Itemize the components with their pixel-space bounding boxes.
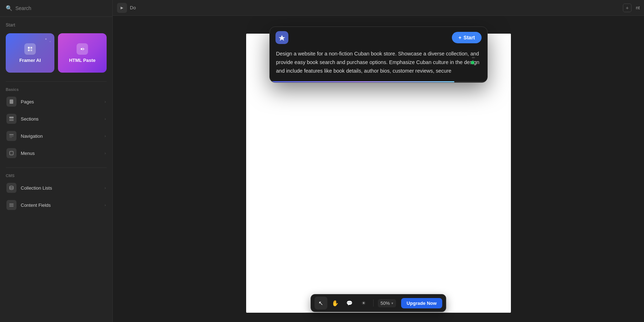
- svg-rect-12: [9, 204, 14, 204]
- plus-button[interactable]: +: [623, 4, 631, 12]
- sidebar-item-collection-lists[interactable]: Collection Lists ›: [3, 179, 109, 196]
- comment-icon: 💬: [346, 300, 352, 306]
- sidebar-item-navigation[interactable]: Navigation ›: [3, 127, 109, 145]
- content-fields-chevron: ›: [104, 203, 106, 207]
- svg-rect-14: [9, 206, 14, 207]
- upgrade-button[interactable]: Upgrade Now: [401, 298, 443, 308]
- ai-panel-text: Design a website for a non-fiction Cuban…: [276, 50, 481, 75]
- framer-ai-card[interactable]: Framer AI: [6, 33, 54, 73]
- sections-icon: [6, 114, 16, 124]
- search-bar[interactable]: 🔍 Search: [0, 0, 112, 17]
- search-icon: 🔍: [6, 5, 13, 11]
- sidebar-item-menus[interactable]: Menus ›: [3, 145, 109, 162]
- sections-label: Sections: [21, 116, 100, 122]
- zoom-value: 50%: [381, 301, 390, 306]
- zoom-chevron-icon: ▾: [391, 301, 393, 305]
- bottom-toolbar: ↖ ✋ 💬 ☀ 50% ▾ Upgrade Now: [311, 294, 447, 312]
- pages-chevron: ›: [104, 99, 106, 104]
- canvas-area[interactable]: + Start Design a website for a non-ficti…: [113, 16, 644, 322]
- basics-label: Basics: [3, 84, 109, 93]
- navigation-label: Navigation: [21, 133, 100, 139]
- sidebar-item-pages[interactable]: Pages ›: [3, 93, 109, 110]
- svg-rect-4: [10, 99, 13, 104]
- search-label: Search: [15, 5, 31, 11]
- svg-rect-7: [9, 134, 14, 135]
- content-fields-label: Content Fields: [21, 203, 100, 208]
- pages-icon: [6, 97, 16, 107]
- sections-chevron: ›: [104, 117, 106, 121]
- select-icon: ↖: [318, 300, 323, 307]
- sidebar-item-content-fields[interactable]: Content Fields ›: [3, 196, 109, 214]
- collection-lists-label: Collection Lists: [21, 185, 100, 191]
- ai-panel-progress-bar: [270, 81, 487, 82]
- html-paste-icon: [77, 43, 88, 55]
- menus-label: Menus: [21, 151, 100, 156]
- menus-chevron: ›: [104, 151, 106, 155]
- basics-group: Basics Pages › Sections ›: [0, 84, 112, 165]
- play-icon: ▶: [121, 6, 123, 10]
- doc-label: Do: [130, 5, 136, 10]
- main-area: ▶ Do + nt + Start De: [113, 0, 644, 322]
- navigation-chevron: ›: [104, 134, 106, 138]
- hand-icon: ✋: [332, 300, 339, 307]
- toolbar-divider: [373, 299, 374, 307]
- start-label: Start: [6, 23, 107, 28]
- start-section: Start: [0, 17, 112, 33]
- svg-rect-0: [28, 47, 30, 49]
- start-label: Start: [464, 35, 475, 40]
- collection-lists-icon: [6, 183, 16, 193]
- svg-rect-9: [9, 137, 12, 138]
- comment-tool-button[interactable]: 💬: [343, 297, 356, 309]
- ai-panel-header: + Start: [270, 27, 487, 48]
- sun-tool-button[interactable]: ☀: [357, 297, 370, 309]
- play-button[interactable]: ▶: [117, 3, 127, 13]
- ai-icon: [275, 31, 288, 44]
- html-paste-label: HTML Paste: [69, 58, 96, 63]
- edit-icon: ✏: [472, 55, 475, 70]
- hand-tool-button[interactable]: ✋: [329, 297, 342, 309]
- content-fields-icon: [6, 200, 16, 210]
- collection-lists-chevron: ›: [104, 186, 106, 190]
- ai-panel-progress-fill: [270, 81, 455, 82]
- cms-group: CMS Collection Lists › Content Fiel: [0, 171, 112, 216]
- svg-rect-5: [9, 117, 14, 118]
- start-button[interactable]: + Start: [452, 32, 481, 43]
- divider-1: [6, 81, 107, 82]
- svg-rect-1: [30, 47, 32, 49]
- nt-label: nt: [636, 5, 640, 10]
- select-tool-button[interactable]: ↖: [314, 297, 327, 309]
- svg-marker-15: [279, 35, 285, 41]
- top-toolbar: ▶ Do + nt: [113, 0, 644, 16]
- svg-rect-6: [9, 119, 14, 121]
- svg-rect-3: [30, 49, 32, 51]
- sun-icon: ☀: [361, 300, 366, 306]
- html-paste-card[interactable]: HTML Paste: [58, 33, 107, 73]
- svg-rect-2: [28, 49, 30, 51]
- framer-ai-label: Framer AI: [19, 58, 41, 63]
- svg-rect-10: [10, 151, 13, 155]
- zoom-selector[interactable]: 50% ▾: [378, 299, 396, 307]
- ai-panel: + Start Design a website for a non-ficti…: [269, 26, 488, 83]
- sidebar: 🔍 Search Start Framer AI: [0, 0, 113, 322]
- svg-point-11: [10, 186, 13, 187]
- pages-label: Pages: [21, 99, 100, 104]
- start-plus-icon: +: [458, 35, 461, 40]
- divider-2: [6, 167, 107, 168]
- sidebar-item-sections[interactable]: Sections ›: [3, 110, 109, 127]
- start-cards: Framer AI HTML Paste: [0, 33, 112, 78]
- framer-ai-icon: [24, 43, 36, 55]
- navigation-icon: [6, 131, 16, 141]
- svg-rect-13: [9, 205, 14, 206]
- menus-icon: [6, 148, 16, 158]
- ai-panel-content: Design a website for a non-fiction Cuban…: [270, 48, 487, 81]
- svg-rect-8: [9, 136, 14, 136]
- cms-label: CMS: [3, 171, 109, 179]
